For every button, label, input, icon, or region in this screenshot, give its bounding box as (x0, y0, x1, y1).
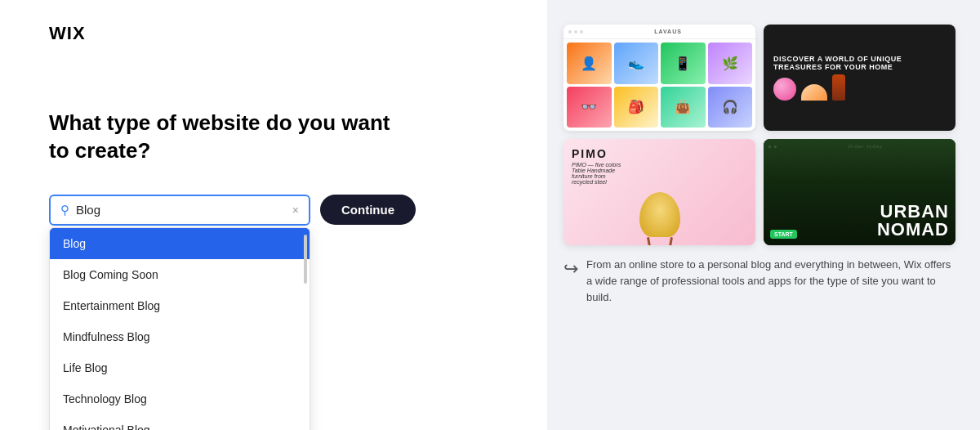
dropdown-item-blog-coming-soon[interactable]: Blog Coming Soon (50, 259, 310, 290)
chair-shape (639, 192, 680, 237)
preview-card-urban: Order today URBANNOMAD START (764, 139, 956, 245)
card-treasures-title: DISCOVER A WORLD OF UNIQUE TREASURES FOR… (773, 55, 946, 71)
pimo-tagline: PIMO — five colorsTable Handmadefurnitur… (572, 162, 747, 185)
dropdown-item-life-blog[interactable]: Life Blog (50, 352, 310, 383)
treasure-sphere (773, 78, 796, 101)
search-box: ⚲ × (49, 195, 310, 226)
dropdown-item-motivational-blog[interactable]: Motivational Blog (50, 414, 310, 430)
pimo-logo: PIMO (572, 147, 747, 160)
dropdown-item-blog[interactable]: Blog (50, 228, 310, 259)
product-thumb-8: 🎧 (708, 87, 753, 128)
product-thumb-4: 🌿 (708, 43, 753, 84)
product-thumb-3: 📱 (661, 43, 706, 84)
product-thumb-2: 👟 (614, 43, 659, 84)
right-panel: LAVAUS 👤 👟 📱 🌿 👓 🎒 👜 🎧 DISCOVER A WORLD … (547, 0, 980, 430)
urban-cta[interactable]: START (770, 230, 797, 239)
search-dropdown: Blog Blog Coming Soon Entertainment Blog… (49, 227, 310, 430)
preview-grid: LAVAUS 👤 👟 📱 🌿 👓 🎒 👜 🎧 DISCOVER A WORLD … (564, 25, 956, 245)
pimo-chair-area (572, 188, 747, 237)
dropdown-item-entertainment-blog[interactable]: Entertainment Blog (50, 290, 310, 321)
preview-card-pimo: PIMO PIMO — five colorsTable Handmadefur… (564, 139, 755, 245)
product-thumb-1: 👤 (567, 43, 612, 84)
search-icon: ⚲ (60, 203, 69, 217)
search-row: ⚲ × Continue Blog Blog Coming Soon Enter… (49, 195, 498, 226)
card-treasures-objects (773, 74, 946, 101)
treasure-vase (832, 74, 845, 101)
urban-nomad-text: URBANNOMAD (877, 203, 949, 239)
dropdown-scrollbar[interactable] (304, 235, 307, 284)
dropdown-item-technology-blog[interactable]: Technology Blog (50, 383, 310, 414)
wix-logo: WIX (49, 23, 498, 44)
product-thumb-5: 👓 (567, 87, 612, 128)
description-text: From an online store to a personal blog … (586, 257, 956, 306)
chair-leg-left (646, 237, 650, 245)
search-input[interactable] (76, 203, 289, 217)
preview-card-treasures: DISCOVER A WORLD OF UNIQUE TREASURES FOR… (764, 25, 956, 131)
left-panel: WIX What type of website do you want to … (0, 0, 547, 430)
description-area: ↪ From an online store to a personal blo… (564, 257, 956, 306)
treasure-arch (801, 84, 827, 101)
card-lavaus-body: 👤 👟 📱 🌿 👓 🎒 👜 🎧 (564, 39, 755, 131)
chair-leg-right (668, 237, 672, 245)
main-question: What type of website do you want to crea… (49, 110, 392, 165)
dropdown-item-mindfulness-blog[interactable]: Mindfulness Blog (50, 321, 310, 352)
card-lavaus-header: LAVAUS (564, 25, 755, 39)
arrow-curve-icon: ↪ (564, 258, 578, 280)
product-thumb-7: 👜 (661, 87, 706, 128)
product-thumb-6: 🎒 (614, 87, 659, 128)
clear-icon[interactable]: × (292, 204, 299, 217)
continue-button[interactable]: Continue (320, 195, 416, 225)
preview-card-lavaus: LAVAUS 👤 👟 📱 🌿 👓 🎒 👜 🎧 (564, 25, 755, 131)
